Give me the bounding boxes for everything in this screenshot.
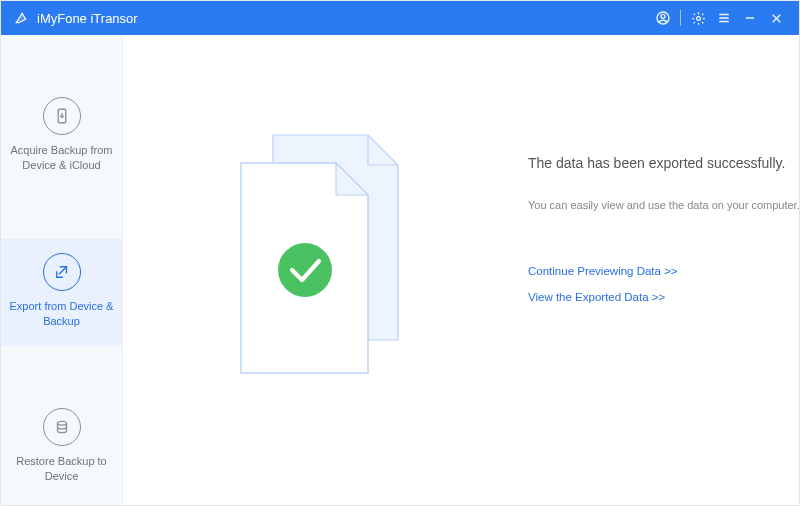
sidebar-item-label: Restore Backup to Device [9,454,114,484]
svg-point-1 [661,14,665,18]
close-button[interactable] [763,5,789,31]
minimize-icon [743,11,757,25]
check-icon [278,243,332,297]
result-subtext: You can easily view and use the data on … [528,199,800,211]
account-icon [655,10,671,26]
svg-point-5 [278,243,332,297]
svg-point-2 [696,16,700,20]
result-text-column: The data has been exported successfully.… [528,155,800,317]
menu-icon [717,11,731,25]
result-heading: The data has been exported successfully. [528,155,800,171]
app-logo-icon [13,10,29,26]
titlebar-divider [680,10,681,26]
close-icon [770,12,783,25]
app-body: Acquire Backup from Device & iCloud Expo… [1,35,799,505]
menu-button[interactable] [711,5,737,31]
document-illustration [193,115,453,395]
sidebar-item-label: Export from Device & Backup [9,299,114,329]
sidebar-item-acquire-backup[interactable]: Acquire Backup from Device & iCloud [1,83,122,191]
svg-point-4 [57,422,66,426]
gear-icon [691,11,706,26]
continue-previewing-link[interactable]: Continue Previewing Data >> [528,265,800,277]
app-window: iMyFone iTransor [0,0,800,506]
sidebar: Acquire Backup from Device & iCloud Expo… [1,35,123,505]
phone-download-icon [43,97,81,135]
sidebar-item-restore[interactable]: Restore Backup to Device [1,394,122,502]
settings-button[interactable] [685,5,711,31]
minimize-button[interactable] [737,5,763,31]
app-title: iMyFone iTransor [37,11,138,26]
account-button[interactable] [650,5,676,31]
titlebar: iMyFone iTransor [1,1,799,35]
sidebar-item-label: Acquire Backup from Device & iCloud [9,143,114,173]
restore-icon [43,408,81,446]
view-exported-link[interactable]: View the Exported Data >> [528,291,800,303]
sidebar-item-export[interactable]: Export from Device & Backup [1,239,122,347]
main-panel: The data has been exported successfully.… [123,35,799,505]
export-icon [43,253,81,291]
